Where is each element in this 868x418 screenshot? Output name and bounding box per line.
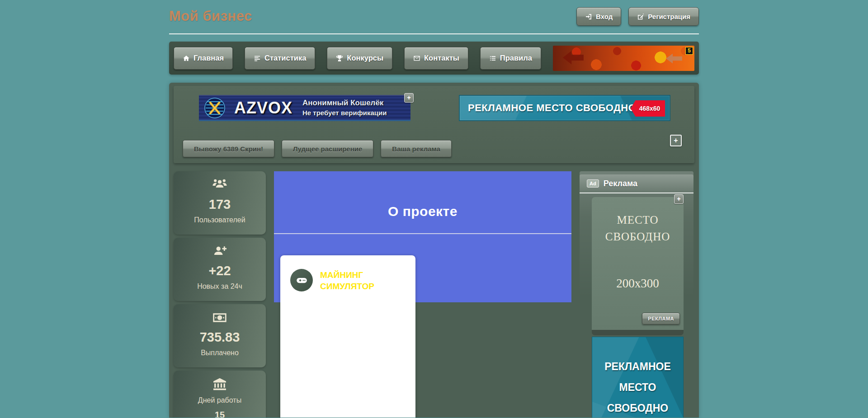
gamepad-icon (290, 269, 313, 291)
main-nav: Главная Статистика Конкурсы Контакты Пра… (169, 42, 699, 75)
nav-label: Статистика (264, 54, 306, 62)
header: Мой бизнес Вход Регистрация (169, 0, 699, 34)
stat-value: 735.83 (174, 330, 266, 345)
stat-label: Дней работы (174, 396, 266, 404)
stat-card-users: 173 Пользователей (174, 171, 266, 235)
stat-label: Пользователей (174, 216, 266, 224)
trophy-icon (336, 55, 343, 62)
nav-item-contests[interactable]: Конкурсы (327, 47, 392, 70)
banner-add-button[interactable]: + (404, 93, 414, 103)
nav-item-home[interactable]: Главная (174, 47, 233, 70)
content-panel: AZVOX Анонимный Кошелёк Не требует вериф… (169, 83, 699, 418)
slot-size-label: 200x300 (592, 277, 684, 291)
register-label: Регистрация (648, 13, 690, 20)
edit-icon (637, 13, 644, 20)
sign-in-icon (585, 13, 592, 20)
stat-card-days: Дней работы 15 (174, 371, 266, 418)
counter-badge[interactable]: 5 (685, 47, 693, 55)
game-card[interactable]: МАЙНИНГ СИМУЛЯТОР (280, 255, 415, 418)
ad-badge-icon: Ad (587, 179, 599, 188)
game-title-line1: МАЙНИНГ (320, 269, 374, 281)
ad-slot-text: РЕКЛАМНОЕ МЕСТО СВОБОДНО (460, 102, 636, 114)
ads-top-panel: AZVOX Анонимный Кошелёк Не требует вериф… (174, 86, 694, 163)
size-ribbon-badge: 468x60 (631, 100, 665, 117)
ads-sidebar: Ad Реклама + МЕСТО СВОБОДНО 200x300 РЕКЛ… (580, 171, 693, 418)
ad-slot-468-banner[interactable]: РЕКЛАМНОЕ МЕСТО СВОБОДНО 468x60 (459, 95, 670, 121)
nav-label: Главная (193, 54, 224, 62)
bottom-slot-line1: РЕКЛАМНОЕ (592, 356, 683, 377)
quick-buttons-row: Вывожу 6389 Скрин! Лудщее расширение Ваш… (183, 140, 694, 157)
stats-icon (254, 55, 261, 62)
rules-icon (489, 55, 496, 62)
azvox-brand: AZVOX (234, 99, 292, 117)
site-logo[interactable]: Мой бизнес (169, 8, 252, 24)
game-title-line2: СИМУЛЯТОР (320, 281, 374, 292)
section-title: О проекте (274, 171, 571, 219)
ad-slot-bottom[interactable]: РЕКЛАМНОЕ МЕСТО СВОБОДНО (592, 337, 684, 418)
stat-card-new-users: +22 Новых за 24ч (174, 238, 266, 301)
stat-value: +22 (174, 263, 266, 278)
bottom-slot-line3: СВОБОДНО (592, 398, 683, 418)
ads-header: Ad Реклама (580, 174, 693, 193)
content-columns: 173 Пользователей +22 Новых за 24ч 735.8… (169, 163, 699, 418)
arrow-left-icon (563, 51, 584, 65)
bank-icon (212, 378, 227, 390)
stat-label: Выплачено (174, 349, 266, 357)
nav-item-stats[interactable]: Статистика (245, 47, 315, 70)
slot-add-button[interactable]: + (674, 194, 684, 204)
arrow-left-icon (666, 54, 682, 64)
azvox-tagline-1: Анонимный Кошелёк (302, 98, 387, 108)
nav-label: Конкурсы (347, 54, 383, 62)
extension-button[interactable]: Лудщее расширение (282, 140, 373, 157)
divider (274, 233, 571, 234)
register-button[interactable]: Регистрация (628, 7, 699, 26)
users-icon (212, 178, 227, 191)
azvox-tagline-2: Не требует верификации (302, 108, 387, 117)
stat-label: Новых за 24ч (174, 282, 266, 291)
login-button[interactable]: Вход (576, 7, 621, 26)
nav-label: Контакты (424, 54, 459, 62)
azvox-banner[interactable]: AZVOX Анонимный Кошелёк Не требует вериф… (199, 95, 410, 121)
panel-add-button[interactable]: + (670, 135, 682, 146)
banners-row: AZVOX Анонимный Кошелёк Не требует вериф… (174, 86, 694, 121)
nav-item-rules[interactable]: Правила (480, 47, 541, 70)
animated-ad-banner[interactable]: 5 (553, 46, 694, 71)
page-wrap: Мой бизнес Вход Регистрация Главная Стат… (169, 0, 699, 418)
azvox-logo-icon (204, 98, 225, 118)
nav-item-contacts[interactable]: Контакты (404, 47, 468, 70)
home-icon (183, 55, 190, 62)
azvox-taglines: Анонимный Кошелёк Не требует верификации (302, 98, 387, 117)
mail-icon (413, 55, 420, 62)
money-icon (212, 311, 227, 324)
withdraw-proof-button[interactable]: Вывожу 6389 Скрин! (183, 140, 274, 157)
your-ad-button[interactable]: Ваша реклама (381, 140, 452, 157)
free-slot-line1: МЕСТО (592, 211, 684, 228)
stats-sidebar: 173 Пользователей +22 Новых за 24ч 735.8… (174, 171, 266, 418)
stat-card-paid: 735.83 Выплачено (174, 304, 266, 367)
stat-value: 173 (174, 197, 266, 212)
about-section: О проекте МАЙНИНГ СИМУЛЯТОР (274, 171, 571, 418)
free-slot-text: МЕСТО СВОБОДНО (592, 197, 684, 245)
user-plus-icon (212, 245, 227, 258)
game-title: МАЙНИНГ СИМУЛЯТОР (320, 269, 374, 418)
stat-value: 15 (174, 410, 266, 418)
header-actions: Вход Регистрация (576, 7, 699, 26)
ad-slot-200x300[interactable]: + МЕСТО СВОБОДНО 200x300 РЕКЛАМА (592, 197, 684, 335)
reklama-button[interactable]: РЕКЛАМА (642, 313, 680, 324)
free-slot-line2: СВОБОДНО (592, 228, 684, 245)
login-label: Вход (596, 13, 613, 20)
nav-label: Правила (500, 54, 532, 62)
bottom-slot-line2: МЕСТО (592, 377, 683, 398)
ads-header-title: Реклама (604, 179, 637, 188)
